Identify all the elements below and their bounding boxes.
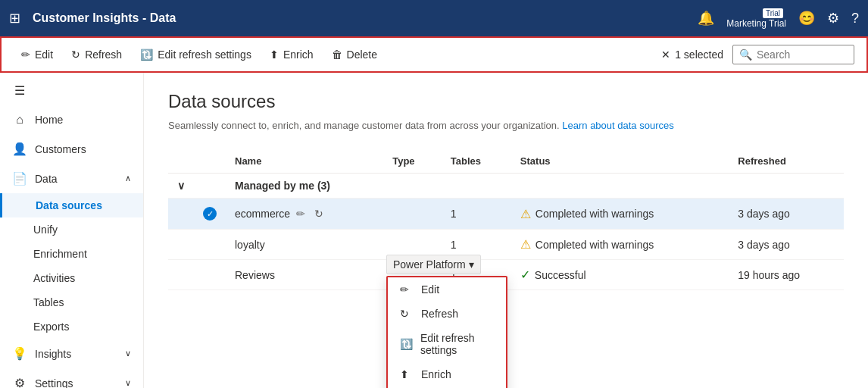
ctx-refresh-icon: ↻	[400, 308, 414, 320]
home-icon: ⌂	[12, 113, 27, 127]
context-menu-refresh[interactable]: ↻ Refresh	[388, 302, 506, 326]
row1-check[interactable]: ✓	[194, 199, 226, 230]
sidebar-item-unify[interactable]: Unify	[0, 217, 143, 242]
settings-icon[interactable]: ⚙	[827, 10, 839, 27]
search-icon: 🔍	[739, 48, 752, 61]
trial-badge: Trial	[763, 8, 783, 18]
row1-expand	[168, 199, 194, 230]
col-status: Status	[511, 149, 729, 174]
search-input[interactable]	[757, 48, 848, 61]
row2-check[interactable]	[194, 230, 226, 260]
page-description: Seamlessly connect to, enrich, and manag…	[168, 120, 844, 131]
data-icon: 📄	[12, 171, 27, 186]
enrich-button[interactable]: ⬆ Enrich	[262, 44, 321, 65]
customers-icon: 👤	[12, 142, 27, 156]
ctx-edit-icon: ✏	[400, 283, 414, 296]
ctx-enrich-icon: ⬆	[400, 368, 414, 380]
sidebar-item-tables[interactable]: Tables	[0, 290, 143, 314]
row1-edit-btn[interactable]: ✏	[293, 206, 308, 221]
app-title: Customer Insights - Data	[33, 11, 692, 25]
row1-type	[383, 199, 442, 230]
learn-more-link[interactable]: Learn about data sources	[562, 120, 673, 131]
refresh-label: Refresh	[85, 48, 122, 61]
check-icon: ✓	[203, 207, 217, 221]
row3-status: ✓ Successful	[511, 260, 729, 290]
ctx-edit-label: Edit	[421, 283, 439, 296]
main-content: Data sources Seamlessly connect to, enri…	[144, 73, 868, 388]
refresh-button[interactable]: ↻ Refresh	[64, 44, 130, 65]
notification-icon[interactable]: 🔔	[698, 10, 714, 27]
sidebar-settings-icon: ⚙	[12, 376, 27, 388]
context-menu-edit[interactable]: ✏ Edit	[388, 277, 506, 302]
sidebar-item-exports[interactable]: Exports	[0, 314, 143, 339]
row2-name: loyalty	[226, 230, 383, 260]
toolbar-right: ✕ 1 selected 🔍	[661, 45, 854, 64]
row2-expand	[168, 230, 194, 260]
sidebar-home-label: Home	[35, 114, 63, 126]
row3-refreshed: 19 hours ago	[729, 260, 844, 290]
group-chevron-cell[interactable]: ∨	[168, 174, 194, 199]
row1-actions: ecommerce ✏ ↻ Power Platform ▾ ✏	[235, 206, 374, 221]
col-expand	[168, 149, 194, 174]
sidebar-item-activities[interactable]: Activities	[0, 266, 143, 290]
group-label: Managed by me (3)	[226, 174, 844, 199]
trial-name: Marketing Trial	[726, 18, 786, 29]
group-check-cell	[194, 174, 226, 199]
col-name: Name	[226, 149, 383, 174]
table-header-row: Name Type Tables Status Refreshed	[168, 149, 844, 174]
sidebar-item-data[interactable]: 📄 Data ∧	[0, 164, 143, 193]
row3-check[interactable]	[194, 260, 226, 290]
sidebar-item-enrichment[interactable]: Enrichment	[0, 242, 143, 266]
page-title: Data sources	[168, 91, 844, 112]
sidebar-exports-label: Exports	[33, 321, 69, 333]
sidebar-customers-label: Customers	[35, 143, 86, 155]
sidebar-item-customers[interactable]: 👤 Customers	[0, 134, 143, 164]
row1-refresh-btn[interactable]: ↻	[311, 206, 326, 221]
delete-button[interactable]: 🗑 Delete	[324, 44, 385, 65]
table-row[interactable]: ✓ ecommerce ✏ ↻ Power Platform ▾	[168, 199, 844, 230]
edit-button[interactable]: ✏ Edit	[14, 44, 61, 65]
table-row[interactable]: loyalty 1 ⚠ Completed with warnings 3 da…	[168, 230, 844, 260]
user-icon[interactable]: 😊	[798, 10, 815, 27]
sidebar-item-insights[interactable]: 💡 Insights ∨	[0, 339, 143, 368]
edit-refresh-settings-button[interactable]: 🔃 Edit refresh settings	[133, 44, 259, 65]
data-chevron-icon: ∧	[125, 174, 131, 183]
settings-chevron-icon: ∨	[125, 378, 131, 388]
close-selected-icon[interactable]: ✕	[661, 48, 670, 61]
col-check	[194, 149, 226, 174]
row3-name: Reviews	[226, 260, 383, 290]
selected-badge: ✕ 1 selected	[661, 48, 723, 61]
sidebar-item-data-sources[interactable]: Data sources	[0, 193, 143, 217]
search-box[interactable]: 🔍	[732, 45, 854, 64]
row3-expand	[168, 260, 194, 290]
delete-icon: 🗑	[332, 48, 342, 61]
row1-refreshed: 3 days ago	[729, 199, 844, 230]
sidebar-item-settings[interactable]: ⚙ Settings ∨	[0, 368, 143, 388]
grid-icon[interactable]: ⊞	[9, 10, 20, 27]
trial-info: Trial Marketing Trial	[726, 8, 786, 29]
warning-icon-2: ⚠	[520, 237, 531, 252]
row1-status: ⚠ Completed with warnings	[511, 199, 729, 230]
top-nav-right: 🔔 Trial Marketing Trial 😊 ⚙ ?	[698, 8, 859, 29]
row1-name: ecommerce ✏ ↻ Power Platform ▾ ✏	[226, 199, 383, 230]
sidebar-insights-label: Insights	[35, 348, 71, 360]
sidebar-settings-label: Settings	[35, 377, 73, 389]
sidebar-data-label: Data	[35, 173, 58, 185]
context-menu-trigger[interactable]: Power Platform ▾	[386, 255, 481, 274]
insights-icon: 💡	[12, 346, 27, 361]
sidebar: ☰ ⌂ Home 👤 Customers 📄 Data ∧ Data sourc…	[0, 73, 144, 388]
row1-tables: 1	[442, 199, 511, 230]
refresh-icon: ↻	[71, 48, 80, 61]
warning-icon: ⚠	[520, 207, 531, 221]
help-icon[interactable]: ?	[851, 11, 859, 27]
success-icon: ✓	[520, 268, 530, 282]
enrich-label: Enrich	[283, 48, 314, 61]
edit-icon: ✏	[21, 48, 30, 61]
context-menu-edit-refresh-settings[interactable]: 🔃 Edit refresh settings	[388, 326, 506, 362]
sidebar-activities-label: Activities	[33, 272, 75, 284]
sidebar-hamburger[interactable]: ☰	[0, 76, 143, 105]
col-tables: Tables	[442, 149, 511, 174]
ctx-refresh-label: Refresh	[421, 308, 458, 320]
sidebar-item-home[interactable]: ⌂ Home	[0, 105, 143, 134]
context-menu-enrich[interactable]: ⬆ Enrich	[388, 362, 506, 386]
